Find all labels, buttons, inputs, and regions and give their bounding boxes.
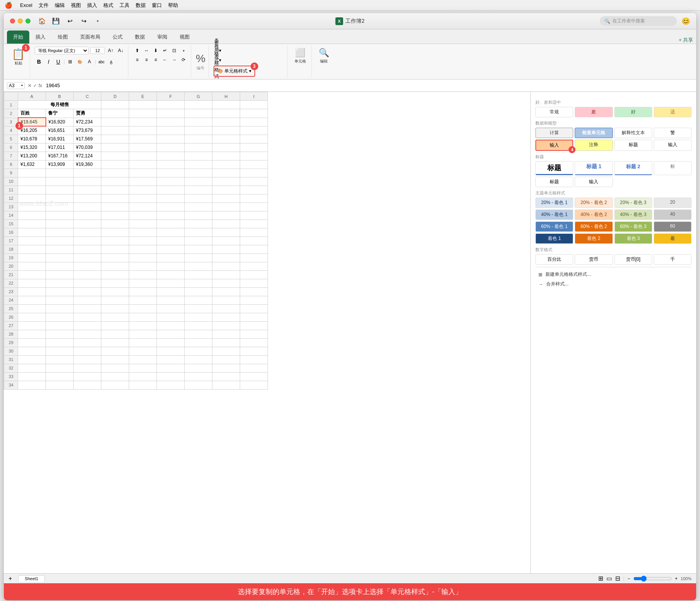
cell-I8[interactable] (240, 160, 268, 169)
align-right-btn[interactable]: ≡ (151, 56, 160, 64)
cell-C9[interactable] (74, 169, 101, 177)
cell-A25[interactable] (18, 304, 46, 313)
cell-H22[interactable] (212, 279, 240, 287)
cell-H9[interactable] (212, 169, 240, 177)
cell-B34[interactable] (46, 381, 74, 389)
cell-D19[interactable] (101, 253, 129, 262)
border-button[interactable]: ⊞ (66, 57, 74, 66)
cell-C5[interactable]: ¥17,569 (74, 135, 101, 143)
cell-H6[interactable] (212, 143, 240, 152)
cell-D3[interactable] (101, 118, 129, 126)
cell-E2[interactable] (129, 109, 157, 118)
style-20-extra[interactable]: 20 (654, 198, 692, 208)
cell-C23[interactable] (74, 287, 101, 296)
style-40-3[interactable]: 40% - 着色 3 (614, 209, 652, 220)
cell-F4[interactable] (157, 126, 185, 135)
cell-D28[interactable] (101, 330, 129, 338)
cell-H1[interactable] (212, 101, 240, 109)
cell-F5[interactable] (157, 135, 185, 143)
home-icon[interactable]: 🏠 (37, 16, 47, 27)
cell-C24[interactable] (74, 296, 101, 304)
cell-B22[interactable] (46, 279, 74, 287)
cell-G11[interactable] (185, 186, 212, 194)
menu-excel[interactable]: Excel (20, 2, 32, 8)
cell-G34[interactable] (185, 381, 212, 389)
cell-G12[interactable] (185, 194, 212, 203)
cell-H24[interactable] (212, 296, 240, 304)
cancel-formula-icon[interactable]: ✕ (28, 83, 32, 88)
cell-H34[interactable] (212, 381, 240, 389)
cell-H27[interactable] (212, 321, 240, 330)
style-thousand[interactable]: 千 (654, 254, 692, 265)
cell-I7[interactable] (240, 152, 268, 160)
cell-A20[interactable] (18, 262, 46, 270)
cell-D30[interactable] (101, 347, 129, 355)
cell-C21[interactable] (74, 270, 101, 279)
style-title2[interactable]: 标题 2 (614, 161, 652, 175)
cell-E9[interactable] (129, 169, 157, 177)
cell-A10[interactable] (18, 177, 46, 186)
style-accent1[interactable]: 着色 1 (535, 233, 573, 244)
merge-dropdown[interactable]: ▾ (179, 46, 188, 55)
cell-C33[interactable] (74, 372, 101, 381)
cell-H2[interactable] (212, 109, 240, 118)
cell-C19[interactable] (74, 253, 101, 262)
cell-B18[interactable] (46, 245, 74, 253)
cell-A7[interactable]: ¥13,200 (18, 152, 46, 160)
cell-A16[interactable] (18, 228, 46, 236)
cell-E14[interactable] (129, 211, 157, 219)
cell-I16[interactable] (240, 228, 268, 236)
cell-H7[interactable] (212, 152, 240, 160)
cell-E1[interactable] (129, 101, 157, 109)
cell-F10[interactable] (157, 177, 185, 186)
cell-I6[interactable] (240, 143, 268, 152)
cell-F15[interactable] (157, 219, 185, 228)
cell-H11[interactable] (212, 186, 240, 194)
zoom-decrease-btn[interactable]: − (628, 576, 630, 581)
menu-window[interactable]: 窗口 (152, 2, 162, 9)
cell-I30[interactable] (240, 347, 268, 355)
quick-access-arrow[interactable]: ▾ (92, 16, 103, 27)
style-calc[interactable]: 计算 (535, 128, 573, 138)
cell-I19[interactable] (240, 253, 268, 262)
style-40-1[interactable]: 40% - 着色 1 (535, 209, 573, 220)
cell-G33[interactable] (185, 372, 212, 381)
cell-E25[interactable] (129, 304, 157, 313)
cell-G6[interactable] (185, 143, 212, 152)
cell-btn[interactable]: ⬜ 单元格 (292, 46, 308, 66)
cell-I26[interactable] (240, 313, 268, 321)
cell-A2[interactable]: 百姓 (18, 109, 46, 118)
cell-H21[interactable] (212, 270, 240, 279)
cell-C8[interactable]: ¥19,360 (74, 160, 101, 169)
cell-B26[interactable] (46, 313, 74, 321)
cell-I5[interactable] (240, 135, 268, 143)
cell-I29[interactable] (240, 338, 268, 347)
menu-tools[interactable]: 工具 (119, 2, 130, 9)
cell-C11[interactable] (74, 186, 101, 194)
cell-B27[interactable] (46, 321, 74, 330)
minimize-button[interactable] (18, 19, 23, 24)
cell-C27[interactable] (74, 321, 101, 330)
cell-A6[interactable]: ¥15,320 (18, 143, 46, 152)
cell-B20[interactable] (46, 262, 74, 270)
cell-G23[interactable] (185, 287, 212, 296)
cell-B13[interactable] (46, 203, 74, 211)
style-60-2[interactable]: 60% - 着色 2 (575, 221, 612, 232)
cell-C20[interactable] (74, 262, 101, 270)
cell-D21[interactable] (101, 270, 129, 279)
cell-G22[interactable] (185, 279, 212, 287)
align-middle-btn[interactable]: ↔ (142, 46, 151, 55)
cell-G21[interactable] (185, 270, 212, 279)
cell-G9[interactable] (185, 169, 212, 177)
cell-F19[interactable] (157, 253, 185, 262)
cell-F2[interactable] (157, 109, 185, 118)
cell-B25[interactable] (46, 304, 74, 313)
cell-D34[interactable] (101, 381, 129, 389)
cell-F13[interactable] (157, 203, 185, 211)
cell-F11[interactable] (157, 186, 185, 194)
col-header-c[interactable]: C (74, 92, 101, 101)
bold-button[interactable]: B (35, 57, 43, 66)
cell-D16[interactable] (101, 228, 129, 236)
cell-E16[interactable] (129, 228, 157, 236)
cell-C4[interactable]: ¥73,679 (74, 126, 101, 135)
